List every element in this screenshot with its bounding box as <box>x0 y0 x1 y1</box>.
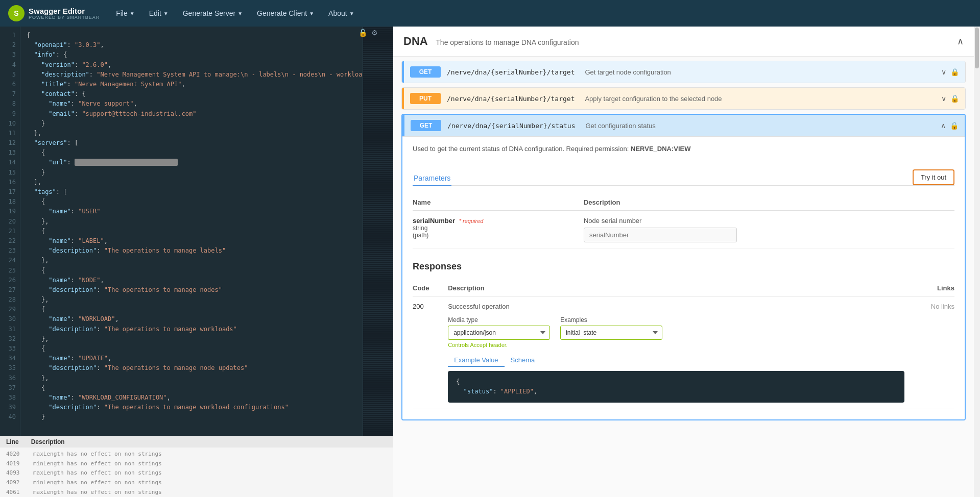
nav-edit[interactable]: Edit ▼ <box>143 6 175 20</box>
accept-header-text: Controls Accept header. <box>448 342 550 348</box>
parameters-table: Name Description serialNumber * required <box>413 194 954 249</box>
scrollbar-thumb <box>975 28 979 68</box>
error-header-line: Line <box>6 438 19 445</box>
tab-parameters[interactable]: Parameters <box>413 171 451 186</box>
param-type: string <box>413 225 584 232</box>
error-item: 4092 minLength has no effect on non stri… <box>6 478 387 488</box>
response-description-cell: Successful operation Media type applicat… <box>448 296 904 409</box>
error-item: 4061 maxLength has no effect on non stri… <box>6 488 387 497</box>
editor-toolbar: 🔓 ⚙ <box>358 29 378 37</box>
app-subtitle: POWERED BY SMARTBEAR <box>29 15 100 20</box>
right-scrollbar[interactable] <box>974 27 980 497</box>
endpoint-row-get-status: GET /nerve/dna/{serialNumber}/status Get… <box>401 114 966 420</box>
response-links-cell: No links <box>904 296 954 409</box>
parameters-section: Parameters Try it out Name Description <box>402 161 965 259</box>
nav-file-arrow: ▼ <box>130 11 135 16</box>
endpoint-description: Used to get the current status of DNA co… <box>402 137 965 161</box>
param-location: (path) <box>413 232 584 239</box>
endpoint-row-get-target: GET /nerve/dna/{serialNumber}/target Get… <box>401 61 966 83</box>
endpoint-summary-put-target: Apply target configuration to the select… <box>585 95 722 103</box>
media-type-group: Media type application/json Controls Acc… <box>448 316 550 348</box>
response-description: Successful operation <box>448 303 904 310</box>
endpoint-summary-get-target: Get target node configuration <box>585 68 671 76</box>
endpoint-header-get-target[interactable]: GET /nerve/dna/{serialNumber}/target Get… <box>402 61 965 83</box>
lock-icon: 🔒 <box>950 94 959 103</box>
tab-schema[interactable]: Schema <box>505 354 541 367</box>
editor-panel: 🔓 ⚙ 12345 678910 1112131415 1617181920 2… <box>0 27 393 497</box>
response-code: 200 <box>413 303 424 310</box>
tab-example-value[interactable]: Example Value <box>448 354 504 367</box>
responses-col-description: Description <box>448 280 904 296</box>
line-numbers: 12345 678910 1112131415 1617181920 21222… <box>0 27 20 436</box>
nav-about-arrow: ▼ <box>349 11 354 16</box>
error-header-desc: Description <box>31 438 65 445</box>
method-badge-put: PUT <box>410 93 441 104</box>
response-code-cell: 200 <box>413 296 448 409</box>
media-type-row: Media type application/json Controls Acc… <box>448 316 904 348</box>
dna-collapse-icon[interactable]: ∧ <box>957 36 964 47</box>
responses-section: Responses Code Description Links <box>402 259 965 419</box>
responses-title: Responses <box>413 259 954 272</box>
endpoint-header-put-target[interactable]: PUT /nerve/dna/{serialNumber}/target App… <box>402 88 965 109</box>
navbar: S Swagger Editor POWERED BY SMARTBEAR Fi… <box>0 0 980 27</box>
json-preview: { "status": "APPLIED", <box>448 371 904 403</box>
no-links-text: No links <box>931 303 954 310</box>
lock-icon: 🔒 <box>950 68 959 76</box>
example-value-tabs: Example Value Schema <box>448 354 904 367</box>
endpoint-controls-put-target: ∨ 🔒 <box>941 94 959 103</box>
error-panel: Line Description 4020 maxLength has no e… <box>0 436 393 497</box>
error-panel-header: Line Description <box>0 436 393 448</box>
responses-col-links: Links <box>904 280 954 296</box>
permission-text: NERVE_DNA:VIEW <box>631 145 691 153</box>
dna-section-header: DNA The operations to manage DNA configu… <box>393 27 974 57</box>
settings-toolbar-icon[interactable]: ⚙ <box>371 29 378 37</box>
error-list: 4020 maxLength has no effect on non stri… <box>0 448 393 497</box>
nav-generate-server[interactable]: Generate Server ▼ <box>177 6 249 20</box>
dna-title-group: DNA The operations to manage DNA configu… <box>403 35 579 48</box>
param-description: Node serial number <box>584 217 954 225</box>
nav-file[interactable]: File ▼ <box>110 6 140 20</box>
lock-icon: 🔒 <box>950 121 959 130</box>
code-editor[interactable]: { "openapi": "3.0.3", "info": { "version… <box>20 27 363 436</box>
section-tabs: Parameters Try it out <box>413 161 954 186</box>
nav-generate-server-arrow: ▼ <box>237 11 243 16</box>
param-row-serial-number: serialNumber * required string (path) No… <box>413 211 954 249</box>
error-item: 4093 maxLength has no effect on non stri… <box>6 468 387 478</box>
media-type-section: Media type application/json Controls Acc… <box>448 316 904 403</box>
chevron-down-icon: ∨ <box>941 68 946 76</box>
responses-col-code: Code <box>413 280 448 296</box>
method-badge-get: GET <box>410 66 441 78</box>
chevron-up-icon: ∧ <box>941 121 946 130</box>
logo-text-group: Swagger Editor POWERED BY SMARTBEAR <box>29 7 100 20</box>
app-logo: S Swagger Editor POWERED BY SMARTBEAR <box>8 5 100 21</box>
try-it-out-button[interactable]: Try it out <box>913 169 954 185</box>
endpoint-path-put-target: /nerve/dna/{serialNumber}/target <box>447 95 575 103</box>
main-container: 🔓 ⚙ 12345 678910 1112131415 1617181920 2… <box>0 27 980 497</box>
nav-generate-client-arrow: ▼ <box>309 11 314 16</box>
dna-title: DNA <box>403 35 428 47</box>
response-row-200: 200 Successful operation Media type <box>413 296 954 409</box>
endpoint-summary-get-status: Get configuration status <box>585 122 655 130</box>
endpoint-controls-get-status: ∧ 🔒 <box>941 121 959 130</box>
method-badge-get-status: GET <box>411 120 441 131</box>
endpoint-controls-get-target: ∨ 🔒 <box>941 68 959 76</box>
param-input-serial-number[interactable] <box>584 228 737 242</box>
error-item: 4019 minLength has no effect on non stri… <box>6 459 387 469</box>
error-item: 4020 maxLength has no effect on non stri… <box>6 450 387 459</box>
param-required-badge: * required <box>459 218 484 224</box>
examples-select[interactable]: initial_state <box>560 326 662 340</box>
nav-about[interactable]: About ▼ <box>322 6 361 20</box>
media-type-select[interactable]: application/json <box>448 326 550 340</box>
nav-generate-client[interactable]: Generate Client ▼ <box>251 6 320 20</box>
endpoint-row-put-target: PUT /nerve/dna/{serialNumber}/target App… <box>401 87 966 110</box>
logo-icon: S <box>8 5 25 21</box>
minimap <box>363 27 393 436</box>
param-name-cell: serialNumber * required string (path) <box>413 211 584 249</box>
examples-group: Examples initial_state <box>560 316 662 348</box>
nav-edit-arrow: ▼ <box>163 11 169 16</box>
params-col-description: Description <box>584 194 954 211</box>
endpoint-header-get-status[interactable]: GET /nerve/dna/{serialNumber}/status Get… <box>402 115 965 136</box>
media-type-label: Media type <box>448 316 550 324</box>
lock-toolbar-icon[interactable]: 🔓 <box>358 29 367 37</box>
param-name: serialNumber <box>413 217 455 225</box>
